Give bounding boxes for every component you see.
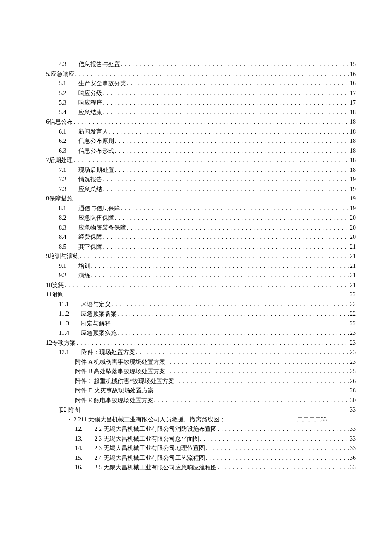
toc-entry-number: 13. bbox=[75, 434, 83, 443]
toc-leader-dots bbox=[166, 367, 349, 376]
toc-entry-title: 培训 bbox=[78, 262, 90, 270]
toc-leader-dots bbox=[155, 386, 349, 395]
toc-entry-number: 4.3 bbox=[59, 60, 66, 69]
toc-entry-page: 25 bbox=[350, 367, 356, 376]
toc-leader-dots bbox=[112, 319, 349, 328]
toc-entry-page: 22 bbox=[350, 290, 356, 299]
toc-entry-page: 18 bbox=[350, 156, 356, 165]
toc-entry-page: 20 bbox=[350, 232, 356, 241]
toc-leader-dots bbox=[65, 281, 349, 290]
toc-entry-number: 16. bbox=[75, 463, 83, 472]
toc-leader-dots bbox=[103, 175, 349, 184]
toc-entry-number: 12.1 bbox=[59, 348, 69, 357]
toc-entry-title: ·12.211 无锡大昌机械工业有限公司人员救援、撤离路线图； bbox=[69, 415, 225, 424]
toc-entry: ]22 附图.33 bbox=[46, 405, 356, 414]
toc-entry: 9 培训与演练21 bbox=[46, 252, 356, 261]
toc-leader-dots bbox=[200, 434, 349, 443]
toc-entry-number: 9.1 bbox=[59, 262, 66, 270]
toc-entry-page: 16 bbox=[350, 79, 356, 88]
toc-entry: 5.2响应分级17 bbox=[46, 89, 356, 98]
toc-leader-dots bbox=[121, 204, 349, 213]
toc-entry-number: 6.1 bbox=[59, 127, 66, 136]
toc-leader-dots bbox=[74, 117, 349, 126]
toc-entry-page: 33 bbox=[350, 424, 356, 433]
toc-entry-title: 演练 bbox=[78, 271, 90, 280]
toc-entry-number: 8.2 bbox=[59, 213, 66, 222]
toc-leader-dots bbox=[103, 242, 349, 251]
toc-entry-page: 18 bbox=[350, 117, 356, 126]
toc-leader-dots bbox=[154, 396, 349, 405]
toc-entry: 11 附则22 bbox=[46, 290, 356, 299]
toc-entry-page: 26 bbox=[350, 377, 356, 386]
toc-entry-title: 培训与演练 bbox=[49, 252, 79, 261]
toc-entry-page: 23 bbox=[350, 348, 356, 357]
toc-entry-page: 23 bbox=[350, 338, 356, 347]
toc-entry-title: 信息报告与处置 bbox=[78, 60, 120, 69]
toc-leader-dots bbox=[175, 377, 349, 386]
toc-entry: 9.1培训21 bbox=[46, 262, 356, 270]
toc-entry-page: 18 bbox=[350, 127, 356, 136]
toc-entry-title: 2.3 无锡大昌机械工业有限公司地理位置图 bbox=[95, 444, 205, 453]
toc-entry: 8.1通信与信息保障19 bbox=[46, 204, 356, 213]
toc-entry-page: 33 bbox=[350, 405, 356, 414]
toc-leader-dots bbox=[103, 185, 349, 194]
toc-leader-dots bbox=[115, 137, 349, 145]
toc-entry: 13.2.3 无锡大昌机械工业有限公司总平面图 33 bbox=[46, 434, 356, 443]
toc-entry: 4.3信息报告与处置15 bbox=[46, 60, 356, 69]
toc-entry: 5.4应急结束18 bbox=[46, 108, 356, 117]
toc-leader-dots bbox=[103, 89, 349, 98]
toc-leader-dots bbox=[115, 166, 349, 174]
toc-entry-title: 附件 E 触电事故现场处置方案 bbox=[75, 396, 153, 405]
toc-entry: 8.3应急物资装备保障20 bbox=[46, 223, 356, 232]
toc-entry-page: 19 bbox=[350, 175, 356, 184]
toc-entry-page: 16 bbox=[350, 70, 356, 78]
toc-entry-page: 33 bbox=[350, 434, 356, 443]
toc-entry-title: 生产安全事故分类 bbox=[78, 79, 126, 88]
toc-entry-title: 响应程序 bbox=[78, 98, 102, 107]
toc-entry-number: 14. bbox=[75, 444, 83, 453]
toc-entry-number: 6.2 bbox=[59, 137, 66, 145]
toc-entry-page: 18 bbox=[350, 166, 356, 174]
toc-leader-dots bbox=[75, 70, 349, 78]
toc-leader-dots bbox=[218, 463, 349, 472]
toc-entry-title: 应急物资装备保障 bbox=[78, 223, 126, 232]
toc-entry-title: 附件 A 机械伤害事故现场处置方案 bbox=[75, 357, 165, 366]
toc-leader-dots bbox=[206, 453, 349, 462]
toc-entry-number: 8.1 bbox=[59, 204, 66, 213]
toc-entry-number: 5.3 bbox=[59, 98, 66, 107]
toc-entry-title: 附则 bbox=[52, 290, 63, 299]
toc-entry-title: 2.3 无锡大昌机械工业有限公司总平面图 bbox=[95, 434, 199, 443]
toc-entry-page: 22 bbox=[350, 300, 356, 309]
toc-entry: 8 保障措施19 bbox=[46, 194, 356, 203]
toc-entry-page: 19 bbox=[350, 204, 356, 213]
toc-entry: 5.应急响应16 bbox=[46, 70, 356, 78]
toc-leader-dots bbox=[118, 309, 349, 318]
toc-entry: 16.2.5 无锡大昌机械工业有限公司应急响应流程图 33 bbox=[46, 463, 356, 472]
toc-leader-dots bbox=[103, 108, 349, 117]
toc-entry-title: 应急队伍保障 bbox=[78, 213, 114, 222]
toc-entry-page: 28 bbox=[350, 386, 356, 395]
toc-entry-number: 15. bbox=[75, 453, 83, 462]
toc-entry-page: 22 bbox=[350, 309, 356, 318]
toc-leader-dots bbox=[91, 271, 349, 280]
toc-entry-number: 6 bbox=[46, 117, 49, 126]
toc-entry: 7.1现场后期处置18 bbox=[46, 166, 356, 174]
toc-entry-page: 23 bbox=[350, 357, 356, 366]
toc-entry: 附件 E 触电事故现场处置方案 30 bbox=[46, 396, 356, 405]
toc-entry-title: 术语与定义 bbox=[81, 300, 111, 309]
toc-entry-page: 36 bbox=[350, 453, 356, 462]
toc-entry-number: 12. bbox=[75, 424, 83, 433]
toc-entry: 12.1附件：现场处置方案23 bbox=[46, 348, 356, 357]
toc-entry-title: 2.5 无锡大昌机械工业有限公司应急响应流程图 bbox=[95, 463, 217, 472]
toc-entry: 11.3制定与解释22 bbox=[46, 319, 356, 328]
toc-entry-number: 7.3 bbox=[59, 185, 66, 194]
toc-leader-dots bbox=[77, 338, 349, 347]
toc-entry: 7.3应急总结19 bbox=[46, 185, 356, 194]
toc-entry-title: 应急结束 bbox=[78, 108, 102, 117]
toc-entry-title: 制定与解释 bbox=[81, 319, 111, 328]
toc-entry-number: 5.2 bbox=[59, 89, 66, 98]
toc-entry-title: 附件 B 高处坠落事故现场处置方案 bbox=[75, 367, 165, 376]
toc-leader-dots bbox=[112, 300, 349, 309]
toc-leader-dots bbox=[74, 156, 349, 165]
toc-leader-dots bbox=[118, 328, 349, 337]
